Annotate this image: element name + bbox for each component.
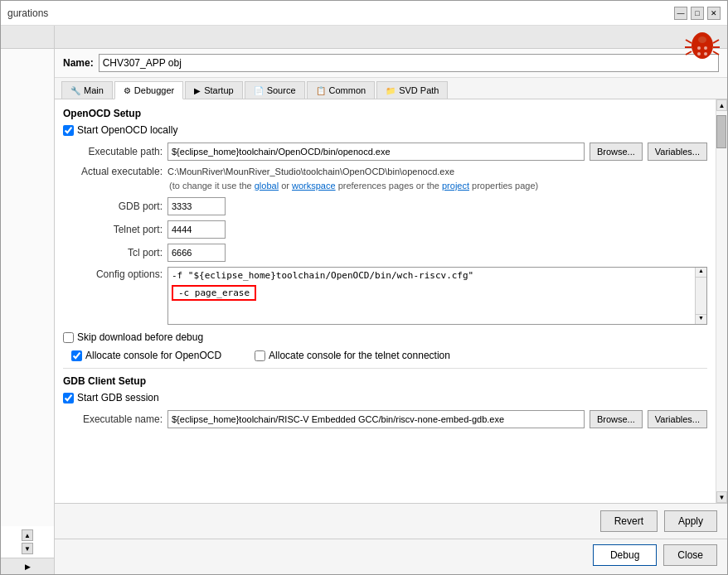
common-icon: 📋 xyxy=(316,86,326,95)
skip-download-row: Skip download before debug xyxy=(63,331,707,343)
config-textarea-box[interactable]: -f "${eclipse_home}toolchain/OpenOCD/bin… xyxy=(167,267,707,325)
expand-icon: ▶ xyxy=(25,563,31,571)
allocate-openocd-label: Allocate console for OpenOCD xyxy=(85,350,221,361)
scroll-up-arrow[interactable]: ▲ xyxy=(716,99,727,111)
telnet-port-input[interactable] xyxy=(167,220,226,239)
exe-path-input[interactable] xyxy=(167,143,585,161)
scroll-down-button[interactable]: ▼ xyxy=(22,543,33,554)
hint-row: (to change it use the global or workspac… xyxy=(63,181,707,191)
tab-startup-label: Startup xyxy=(204,85,233,95)
exe-variables-button[interactable]: Variables... xyxy=(648,143,707,161)
hint-props: properties page) xyxy=(469,181,538,191)
revert-button[interactable]: Revert xyxy=(600,510,658,532)
bug-icon xyxy=(683,25,721,63)
allocate-telnet-label: Allocate console for the telnet connecti… xyxy=(269,350,450,361)
config-line1: -f "${eclipse_home}toolchain/OpenOCD/bin… xyxy=(168,268,706,283)
separator xyxy=(63,368,707,369)
svd-icon: 📁 xyxy=(386,86,396,95)
gdb-exe-label: Executable name: xyxy=(63,413,163,425)
gdb-browse-button[interactable]: Browse... xyxy=(590,410,643,428)
tab-main-label: Main xyxy=(84,85,104,95)
allocate-telnet-container: Allocate console for the telnet connecti… xyxy=(255,350,450,361)
top-bar xyxy=(55,26,727,49)
scroll-track[interactable] xyxy=(716,111,727,491)
config-line2-highlighted: -c page_erase xyxy=(172,285,256,301)
main-config-area: Name: 🔧 Main ⚙ Debugger ▶ Startup � xyxy=(55,26,727,574)
skip-download-checkbox[interactable] xyxy=(63,332,74,343)
content-scroll-wrapper: OpenOCD Setup Start OpenOCD locally Exec… xyxy=(55,99,727,503)
svg-point-9 xyxy=(697,46,701,50)
svg-line-5 xyxy=(686,51,692,55)
svg-line-6 xyxy=(713,40,719,43)
gdb-exe-input[interactable] xyxy=(167,410,585,428)
actual-exe-label: Actual executable: xyxy=(63,166,163,177)
tab-startup[interactable]: ▶ Startup xyxy=(185,81,242,99)
left-sidebar-scroll: ▲ ▼ xyxy=(1,526,54,558)
apply-button[interactable]: Apply xyxy=(664,510,717,532)
start-locally-checkbox[interactable] xyxy=(63,125,74,136)
close-button[interactable]: ✕ xyxy=(707,7,721,20)
config-textarea-wrapper: -f "${eclipse_home}toolchain/OpenOCD/bin… xyxy=(167,267,707,325)
gdb-port-row: GDB port: xyxy=(63,197,707,215)
tab-common-label: Common xyxy=(329,85,366,95)
tab-debugger-label: Debugger xyxy=(134,85,174,95)
project-link[interactable]: project xyxy=(442,181,469,191)
svg-line-8 xyxy=(713,51,719,55)
global-link[interactable]: global xyxy=(255,181,279,191)
bottom-buttons: Revert Apply xyxy=(55,503,727,539)
tab-svd-label: SVD Path xyxy=(399,85,439,95)
actual-exe-row: Actual executable: C:\MounRiver\MounRive… xyxy=(63,166,707,177)
content-area: OpenOCD Setup Start OpenOCD locally Exec… xyxy=(55,99,716,442)
scroll-down-arrow[interactable]: ▼ xyxy=(716,491,727,503)
svg-point-2 xyxy=(698,36,706,43)
allocate-openocd-checkbox[interactable] xyxy=(71,350,82,361)
telnet-port-row: Telnet port: xyxy=(63,220,707,239)
gdb-port-label: GDB port: xyxy=(63,201,163,212)
start-locally-row: Start OpenOCD locally xyxy=(63,124,707,136)
gdb-port-input[interactable] xyxy=(167,197,226,215)
tcl-port-label: Tcl port: xyxy=(63,247,163,259)
source-icon: 📄 xyxy=(254,86,264,95)
start-gdb-checkbox[interactable] xyxy=(63,393,74,403)
tab-source-label: Source xyxy=(267,85,296,95)
hint-or: or xyxy=(279,181,292,191)
tab-svd-path[interactable]: 📁 SVD Path xyxy=(376,81,448,99)
hint-text: (to change it use the xyxy=(169,181,255,191)
content-inner: OpenOCD Setup Start OpenOCD locally Exec… xyxy=(55,99,716,503)
tcl-port-input[interactable] xyxy=(167,244,226,262)
workspace-link[interactable]: workspace xyxy=(292,181,336,191)
scroll-up-button[interactable]: ▲ xyxy=(22,529,33,541)
config-scroll-up[interactable]: ▲ xyxy=(696,268,706,278)
debug-button[interactable]: Debug xyxy=(593,544,657,566)
config-label: Config options: xyxy=(63,267,163,280)
bug-icon-area xyxy=(683,25,721,65)
config-options-row: Config options: -f "${eclipse_home}toolc… xyxy=(63,267,707,325)
left-sidebar-top xyxy=(1,26,54,49)
config-scrollbar[interactable]: ▲ ▼ xyxy=(695,268,706,324)
start-gdb-label: Start GDB session xyxy=(77,392,159,403)
exe-browse-button[interactable]: Browse... xyxy=(590,143,643,161)
tab-main[interactable]: 🔧 Main xyxy=(61,81,113,99)
tab-common[interactable]: 📋 Common xyxy=(307,81,376,99)
config-scroll-down[interactable]: ▼ xyxy=(696,314,706,324)
tab-source[interactable]: 📄 Source xyxy=(245,81,305,99)
gdb-variables-button[interactable]: Variables... xyxy=(648,410,707,428)
allocate-telnet-checkbox[interactable] xyxy=(255,350,265,361)
name-row: Name: xyxy=(55,49,727,78)
right-scrollbar[interactable]: ▲ ▼ xyxy=(716,99,727,503)
window-controls: — □ ✕ xyxy=(674,7,721,20)
start-gdb-row: Start GDB session xyxy=(63,392,707,403)
startup-icon: ▶ xyxy=(194,86,201,95)
maximize-button[interactable]: □ xyxy=(691,7,704,20)
skip-download-label: Skip download before debug xyxy=(77,331,203,343)
minimize-button[interactable]: — xyxy=(674,7,687,20)
config-scroll-track xyxy=(696,278,706,314)
name-input[interactable] xyxy=(99,54,719,72)
close-dialog-button[interactable]: Close xyxy=(663,544,717,566)
debug-close-row: Debug Close xyxy=(55,539,727,574)
title-bar: gurations — □ ✕ xyxy=(1,1,727,26)
expand-button[interactable]: ▶ xyxy=(1,558,54,574)
gdb-section-title: GDB Client Setup xyxy=(63,375,707,387)
tab-debugger[interactable]: ⚙ Debugger xyxy=(114,81,183,99)
left-sidebar: ▲ ▼ ▶ xyxy=(1,26,55,574)
